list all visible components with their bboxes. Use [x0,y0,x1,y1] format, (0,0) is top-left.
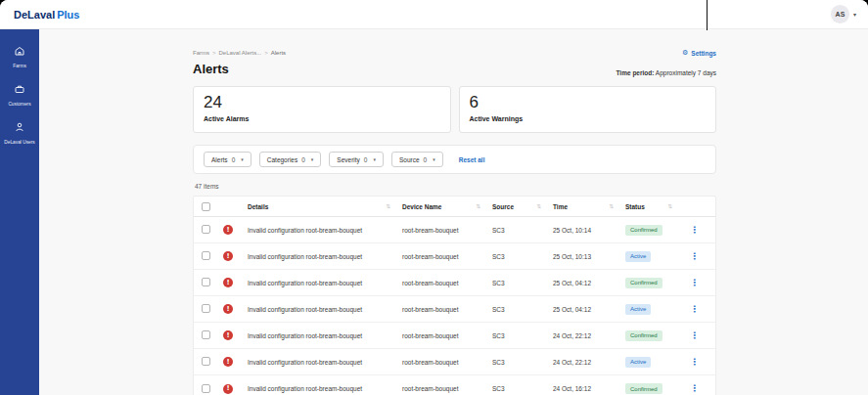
row-source: SC3 [492,306,553,313]
row-details: Invalid configuration root-bream-bouquet [248,280,402,286]
row-menu-button[interactable]: ⋮ [690,331,699,340]
column-header-time: Time ⇅ [553,203,625,210]
breadcrumb-separator: > [212,50,216,56]
active-warnings-count: 6 [470,94,707,112]
sidebar-item-farms[interactable]: Farms [0,43,39,68]
row-source: SC3 [492,385,553,392]
dropdown-count: 0 [232,156,236,163]
top-header: DeLavalPlus AS ▾ [0,0,868,29]
sidebar-item-label: Customers [8,102,30,107]
alarm-icon: ! [223,304,233,314]
chevron-down-icon: ▾ [433,156,435,162]
column-header-source: Source ⇅ [492,203,553,210]
alarm-icon: ! [223,225,233,235]
status-badge: Confirmed [625,383,662,394]
alarm-icon: ! [223,384,233,394]
user-menu[interactable]: AS ▾ [831,5,856,23]
table-row: ! Invalid configuration root-bream-bouqu… [194,375,715,395]
table-row: ! Invalid configuration root-bream-bouqu… [194,243,715,270]
active-alarms-count: 24 [204,94,440,112]
row-time: 25 Oct, 10:13 [553,253,625,260]
alerts-filter-dropdown[interactable]: Alerts 0 ▾ [204,152,251,167]
select-all-checkbox[interactable] [202,202,210,211]
logo-plus-text: Plus [57,9,79,21]
avatar[interactable]: AS [831,5,849,23]
chevron-down-icon: ▾ [311,156,314,162]
breadcrumb-separator: > [264,50,268,56]
row-device-name: root-bream-bouquet [402,253,492,260]
sort-icon[interactable]: ⇅ [536,203,541,209]
row-menu-button[interactable]: ⋮ [690,252,699,261]
sidebar: Farms Customers DeLaval Users [0,29,39,395]
row-checkbox[interactable] [202,357,210,366]
table-row: ! Invalid configuration root-bream-bouqu… [194,270,715,296]
status-badge: Confirmed [625,225,662,236]
dropdown-count: 0 [301,156,305,163]
sort-icon[interactable]: ⇅ [386,203,390,209]
app-logo[interactable]: DeLavalPlus [14,9,79,21]
alerts-table: Details ⇅ Device Name ⇅ Source ⇅ Time ⇅ [193,196,716,395]
alarm-icon: ! [223,330,233,340]
row-menu-button[interactable]: ⋮ [690,305,699,314]
table-header: Details ⇅ Device Name ⇅ Source ⇅ Time ⇅ [194,197,715,217]
table-row: ! Invalid configuration root-bream-bouqu… [194,349,715,375]
settings-link[interactable]: ⚙ Settings [682,49,716,57]
column-label: Device Name [402,203,441,210]
row-checkbox[interactable] [202,278,210,286]
column-label: Source [492,203,514,210]
sidebar-item-label: Farms [13,64,26,68]
column-header-device-name: Device Name ⇅ [402,203,492,210]
row-source: SC3 [492,280,553,286]
source-filter-dropdown[interactable]: Source 0 ▾ [391,152,443,167]
row-menu-button[interactable]: ⋮ [690,384,699,393]
column-label: Status [625,203,645,210]
status-badge: Confirmed [625,278,662,288]
reset-all-link[interactable]: Reset all [459,156,485,163]
row-source: SC3 [492,332,553,339]
row-details: Invalid configuration root-bream-bouquet [248,227,402,234]
row-details: Invalid configuration root-bream-bouquet [248,385,402,392]
active-alarms-label: Active Alarms [204,115,440,122]
row-menu-button[interactable]: ⋮ [690,358,699,367]
row-menu-button[interactable]: ⋮ [690,279,699,287]
time-period-value: Approximately 7 days [656,69,716,76]
row-checkbox[interactable] [202,384,210,393]
alarm-icon: ! [223,251,233,261]
status-badge: Active [625,251,651,262]
chevron-down-icon: ▾ [853,11,856,18]
sort-icon[interactable]: ⇅ [667,203,672,209]
status-badge: Confirmed [625,330,662,341]
summary-cards: 24 Active Alarms 6 Active Warnings [193,86,716,133]
dropdown-label: Source [399,156,420,163]
breadcrumb-item-delaval-alerts[interactable]: DeLaval Alerts... [219,50,262,56]
categories-filter-dropdown[interactable]: Categories 0 ▾ [259,152,322,167]
row-source: SC3 [492,359,553,366]
row-menu-button[interactable]: ⋮ [690,226,699,235]
table-row: ! Invalid configuration root-bream-bouqu… [194,217,715,243]
dropdown-label: Severity [337,156,359,163]
sidebar-item-customers[interactable]: Customers [0,81,39,107]
row-time: 24 Oct, 22:12 [553,332,625,339]
severity-filter-dropdown[interactable]: Severity 0 ▾ [329,152,384,167]
row-time: 24 Oct, 22:12 [553,359,625,366]
app-window: DeLavalPlus AS ▾ Farms Customers DeLaval… [0,0,868,395]
settings-label: Settings [691,50,716,57]
chevron-down-icon: ▾ [373,156,376,162]
row-device-name: root-bream-bouquet [402,332,492,339]
row-device-name: root-bream-bouquet [402,280,492,286]
briefcase-icon [14,81,25,99]
row-checkbox[interactable] [202,330,210,339]
row-checkbox[interactable] [202,304,210,313]
status-badge: Active [625,357,651,368]
sort-icon[interactable]: ⇅ [609,203,614,209]
sort-icon[interactable]: ⇅ [476,203,480,209]
active-warnings-label: Active Warnings [470,115,707,122]
row-checkbox[interactable] [202,251,210,260]
time-period-label: Time period: [617,69,655,76]
table-body: ! Invalid configuration root-bream-bouqu… [194,217,715,395]
row-device-name: root-bream-bouquet [402,227,492,234]
sidebar-item-delaval-users[interactable]: DeLaval Users [0,119,39,145]
row-checkbox[interactable] [202,225,210,234]
dropdown-count: 0 [424,156,428,163]
breadcrumb-item-farms[interactable]: Farms [193,50,209,56]
